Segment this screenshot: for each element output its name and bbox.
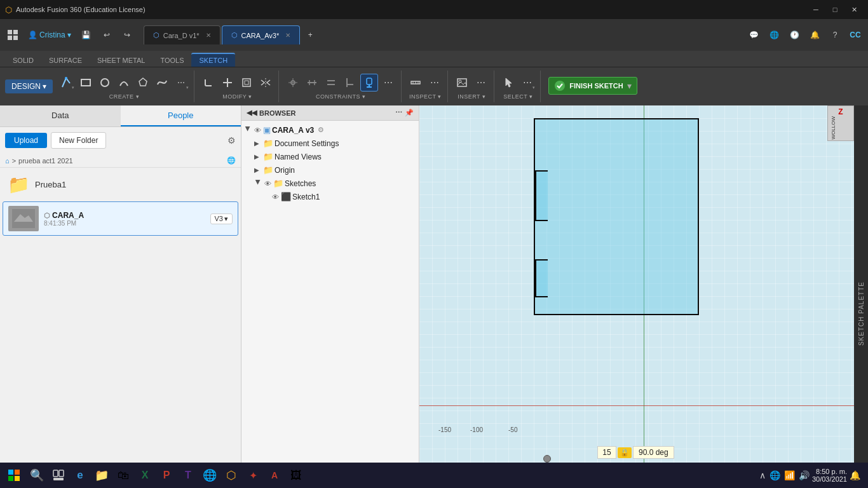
history-icon[interactable]: 🕐	[785, 26, 803, 44]
insert-more-button[interactable]: ⋯	[472, 74, 490, 92]
version-badge[interactable]: V3 ▾	[210, 214, 233, 224]
edge-icon[interactable]: e	[70, 465, 90, 485]
tray-up-icon[interactable]: ∧	[759, 470, 766, 480]
tab-sketch[interactable]: SKETCH	[191, 53, 235, 67]
acrobat-icon[interactable]: A	[264, 465, 285, 485]
modify-mirror-button[interactable]	[257, 74, 275, 92]
tab-people[interactable]: People	[121, 105, 241, 126]
excel-icon[interactable]: X	[135, 465, 155, 485]
select-more-button[interactable]: ⋯ ▾	[519, 74, 536, 92]
tab-close-icon-2[interactable]: ✕	[285, 32, 290, 39]
photos-icon[interactable]: 🖼	[286, 465, 306, 485]
dimension-angle[interactable]: 90.0 deg	[633, 446, 674, 459]
viewport[interactable]: -150 -100 -50 15 🔒 90.0 deg Z WOLLOW SKE…	[419, 105, 868, 488]
tab-solid[interactable]: SOLID	[5, 54, 41, 67]
fusion-icon[interactable]: ⬡	[221, 465, 241, 485]
create-arc-button[interactable]	[115, 74, 133, 92]
tree-item-origin[interactable]: ▶ 📁 Origin	[252, 163, 419, 177]
redo-icon[interactable]: ↪	[118, 26, 136, 44]
constraint-perp-button[interactable]	[341, 74, 359, 92]
store-icon[interactable]: 🛍	[113, 465, 133, 485]
create-line-button[interactable]: ▾	[58, 74, 76, 92]
finish-sketch-button[interactable]: FINISH SKETCH ▾	[548, 77, 637, 95]
start-button[interactable]	[3, 464, 25, 487]
add-tab-button[interactable]: +	[301, 26, 319, 44]
design-button[interactable]: DESIGN ▾	[5, 79, 53, 93]
eye-icon-sketches[interactable]: 👁	[263, 180, 272, 187]
user-button[interactable]: 👤 Cristina ▾	[24, 29, 75, 41]
modify-trim-button[interactable]	[219, 74, 236, 92]
close-button[interactable]: ✕	[845, 3, 863, 16]
list-item[interactable]: 📁 Prueba1	[3, 170, 238, 199]
constraint-fix-button[interactable]	[360, 74, 378, 92]
select-cursor-button[interactable]	[499, 74, 517, 92]
grid-icon[interactable]	[4, 26, 22, 44]
modify-fillet-button[interactable]	[200, 74, 217, 92]
tab-close-icon[interactable]: ✕	[206, 32, 211, 39]
tray-wifi-icon[interactable]: 📶	[784, 470, 795, 480]
minimize-button[interactable]: ─	[807, 3, 825, 16]
tab-tools[interactable]: TOOLS	[153, 54, 191, 67]
tree-arrow-named-views[interactable]: ▶	[254, 153, 262, 160]
constraint-coincident-button[interactable]	[284, 74, 302, 92]
help-icon[interactable]: ?	[826, 26, 844, 44]
collapse-icon[interactable]: ◀◀	[247, 109, 257, 117]
constraint-equal-button[interactable]	[322, 74, 340, 92]
new-folder-button[interactable]: New Folder	[51, 132, 106, 149]
chrome-icon[interactable]: 🌐	[200, 465, 220, 485]
insert-image-button[interactable]	[453, 74, 471, 92]
tree-arrow-root[interactable]: ▶	[245, 126, 252, 134]
account-icon[interactable]: CC	[846, 26, 864, 44]
browser-pin-icon[interactable]: 📌	[405, 109, 414, 117]
tab-cara-d[interactable]: ⬡ Cara_D v1* ✕	[144, 25, 220, 44]
explorer-icon[interactable]: 📁	[92, 465, 112, 485]
teams-icon[interactable]: T	[178, 465, 198, 485]
dimension-lock-icon[interactable]: 🔒	[618, 447, 632, 458]
eye-icon-root[interactable]: 👁	[253, 126, 262, 134]
tree-item-named-views[interactable]: ▶ 📁 Named Views	[252, 150, 419, 163]
create-more-button[interactable]: ⋯ ▾	[172, 74, 190, 92]
create-polygon-button[interactable]	[134, 74, 152, 92]
tree-item-sketches[interactable]: ▶ 👁 📁 Sketches	[252, 177, 419, 190]
tray-sound-icon[interactable]: 🔊	[799, 470, 810, 480]
constraint-more-button[interactable]: ⋯	[379, 74, 397, 92]
create-spline-button[interactable]	[153, 74, 171, 92]
sketch-palette[interactable]: SKETCH PALETTE	[854, 105, 868, 488]
home-icon[interactable]: ⌂	[5, 157, 10, 165]
tab-surface[interactable]: SURFACE	[41, 54, 90, 67]
tray-network-icon[interactable]: 🌐	[770, 470, 780, 480]
red-app-icon[interactable]: ✦	[243, 465, 263, 485]
tab-data[interactable]: Data	[0, 105, 121, 126]
constraint-collinear-button[interactable]	[303, 74, 321, 92]
search-taskbar-icon[interactable]: 🔍	[27, 465, 47, 485]
undo-icon[interactable]: ↩	[98, 26, 116, 44]
notification-taskbar-icon[interactable]: 🔔	[850, 470, 860, 480]
tree-item-root[interactable]: ▶ 👁 ▣ CARA_A v3 ⚙	[241, 123, 419, 137]
inspect-more-button[interactable]: ⋯	[426, 74, 444, 92]
tree-arrow-origin[interactable]: ▶	[254, 166, 262, 173]
network-icon[interactable]: 🌐	[765, 26, 783, 44]
create-rect-button[interactable]	[77, 74, 95, 92]
save-icon[interactable]: 💾	[78, 26, 95, 44]
tree-settings-root[interactable]: ⚙	[318, 126, 324, 134]
tree-item-doc-settings[interactable]: ▶ 📁 Document Settings	[252, 137, 419, 150]
tab-sheet-metal[interactable]: SHEET METAL	[90, 54, 153, 67]
tree-item-sketch1[interactable]: ▶ 👁 ⬛ Sketch1	[259, 190, 419, 203]
window-controls[interactable]: ─ □ ✕	[807, 3, 863, 16]
eye-icon-sketch1[interactable]: 👁	[271, 193, 280, 201]
maximize-button[interactable]: □	[826, 3, 844, 16]
browser-menu-icon[interactable]: ⋯	[395, 109, 402, 117]
notification-icon[interactable]: 🔔	[806, 26, 824, 44]
tree-arrow-doc-settings[interactable]: ▶	[254, 140, 262, 147]
modify-offset-button[interactable]	[238, 74, 255, 92]
create-circle-button[interactable]	[96, 74, 114, 92]
settings-icon[interactable]: ⚙	[227, 135, 236, 146]
dimension-value[interactable]: 15	[597, 446, 616, 459]
task-view-icon[interactable]	[48, 465, 69, 485]
file-item[interactable]: ⬡ CARA_A 8:41:35 PM V3 ▾	[3, 201, 238, 236]
inspect-measure-button[interactable]	[407, 74, 424, 92]
comment-icon[interactable]: 💬	[745, 26, 763, 44]
breadcrumb-path[interactable]: prueba act1 2021	[18, 157, 73, 165]
tree-arrow-sketches[interactable]: ▶	[255, 180, 262, 187]
powerpoint-icon[interactable]: P	[156, 465, 177, 485]
